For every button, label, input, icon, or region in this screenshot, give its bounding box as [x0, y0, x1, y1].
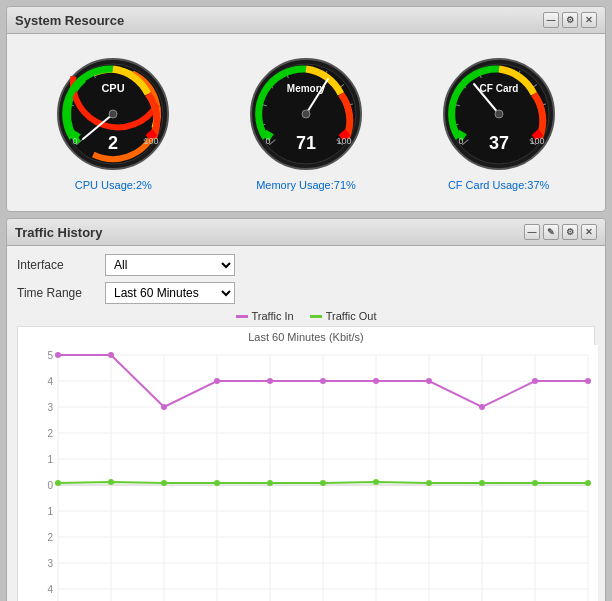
traffic-out-legend-label: Traffic Out: [326, 310, 377, 322]
svg-point-122: [532, 480, 538, 486]
chart-title: Last 60 Minutes (Kbit/s): [18, 327, 594, 345]
svg-text:100: 100: [529, 136, 544, 146]
memory-gauge: Memory 0 100 71: [246, 54, 366, 174]
gauges-row: CPU 0 100 2 CPU Usage:2%: [17, 44, 595, 201]
svg-point-109: [426, 378, 432, 384]
svg-text:5: 5: [47, 350, 53, 361]
cpu-gauge-wrap: CPU 0 100 2 CPU Usage:2%: [53, 54, 173, 191]
svg-point-104: [161, 404, 167, 410]
interface-select[interactable]: All: [105, 254, 235, 276]
svg-point-110: [479, 404, 485, 410]
svg-text:3: 3: [47, 558, 53, 569]
chart-legend: Traffic In Traffic Out: [17, 310, 595, 322]
chart-container: Last 60 Minutes (Kbit/s): [17, 326, 595, 601]
traffic-out-color: [310, 315, 322, 318]
system-resource-controls: — ⚙ ✕: [543, 12, 597, 28]
close-button[interactable]: ✕: [581, 12, 597, 28]
svg-text:2: 2: [47, 532, 53, 543]
cfcard-usage-label: CF Card Usage:37%: [448, 179, 550, 191]
traffic-in-color: [236, 315, 248, 318]
svg-text:2: 2: [108, 133, 118, 153]
legend-traffic-in: Traffic In: [236, 310, 294, 322]
traffic-history-controls: — ✎ ⚙ ✕: [524, 224, 597, 240]
svg-point-108: [373, 378, 379, 384]
traffic-history-header: Traffic History — ✎ ⚙ ✕: [7, 219, 605, 246]
svg-text:0: 0: [73, 136, 78, 146]
svg-text:37: 37: [489, 133, 509, 153]
svg-point-56: [495, 110, 503, 118]
svg-text:3: 3: [47, 402, 53, 413]
svg-text:100: 100: [336, 136, 351, 146]
traffic-minimize-button[interactable]: —: [524, 224, 540, 240]
cfcard-gauge: CF Card 0 100 37: [439, 54, 559, 174]
cpu-usage-label: CPU Usage:2%: [75, 179, 152, 191]
svg-point-121: [479, 480, 485, 486]
svg-point-105: [214, 378, 220, 384]
svg-point-107: [320, 378, 326, 384]
interface-label: Interface: [17, 258, 97, 272]
svg-text:1: 1: [47, 454, 53, 465]
timerange-select[interactable]: Last 60 Minutes Last 24 Hours Last 7 Day…: [105, 282, 235, 304]
svg-text:0: 0: [458, 136, 463, 146]
memory-usage-label: Memory Usage:71%: [256, 179, 356, 191]
svg-text:71: 71: [296, 133, 316, 153]
cfcard-gauge-wrap: CF Card 0 100 37 CF Card Usage:37%: [439, 54, 559, 191]
svg-point-118: [320, 480, 326, 486]
traffic-chart: 5 4 3 2 1 0 1 2 3 4 5: [18, 345, 598, 601]
traffic-edit-button[interactable]: ✎: [543, 224, 559, 240]
traffic-history-title: Traffic History: [15, 225, 102, 240]
svg-text:0: 0: [265, 136, 270, 146]
svg-point-120: [426, 480, 432, 486]
svg-text:4: 4: [47, 376, 53, 387]
minimize-button[interactable]: —: [543, 12, 559, 28]
settings-button[interactable]: ⚙: [562, 12, 578, 28]
svg-point-111: [532, 378, 538, 384]
svg-point-114: [108, 479, 114, 485]
svg-text:1: 1: [47, 506, 53, 517]
cpu-gauge: CPU 0 100 2: [53, 54, 173, 174]
svg-text:CPU: CPU: [102, 82, 125, 94]
svg-point-18: [109, 110, 117, 118]
timerange-label: Time Range: [17, 286, 97, 300]
svg-point-123: [585, 480, 591, 486]
svg-point-119: [373, 479, 379, 485]
svg-point-113: [55, 480, 61, 486]
svg-point-37: [302, 110, 310, 118]
svg-text:4: 4: [47, 584, 53, 595]
traffic-close-button[interactable]: ✕: [581, 224, 597, 240]
svg-point-103: [108, 352, 114, 358]
svg-point-116: [214, 480, 220, 486]
legend-traffic-out: Traffic Out: [310, 310, 377, 322]
traffic-panel-body: Interface All Time Range Last 60 Minutes…: [7, 246, 605, 601]
svg-text:100: 100: [144, 136, 159, 146]
svg-point-112: [585, 378, 591, 384]
memory-gauge-wrap: Memory 0 100 71 Memory Usage:71%: [246, 54, 366, 191]
svg-point-115: [161, 480, 167, 486]
svg-point-102: [55, 352, 61, 358]
svg-text:0: 0: [47, 480, 53, 491]
svg-point-117: [267, 480, 273, 486]
traffic-history-panel: Traffic History — ✎ ⚙ ✕ Interface All Ti…: [6, 218, 606, 601]
svg-text:CF Card: CF Card: [479, 83, 518, 94]
system-resource-panel: System Resource — ⚙ ✕: [6, 6, 606, 212]
svg-point-106: [267, 378, 273, 384]
timerange-row: Time Range Last 60 Minutes Last 24 Hours…: [17, 282, 595, 304]
traffic-in-legend-label: Traffic In: [252, 310, 294, 322]
traffic-settings-button[interactable]: ⚙: [562, 224, 578, 240]
system-resource-body: CPU 0 100 2 CPU Usage:2%: [7, 34, 605, 211]
system-resource-header: System Resource — ⚙ ✕: [7, 7, 605, 34]
svg-text:2: 2: [47, 428, 53, 439]
system-resource-title: System Resource: [15, 13, 124, 28]
interface-row: Interface All: [17, 254, 595, 276]
